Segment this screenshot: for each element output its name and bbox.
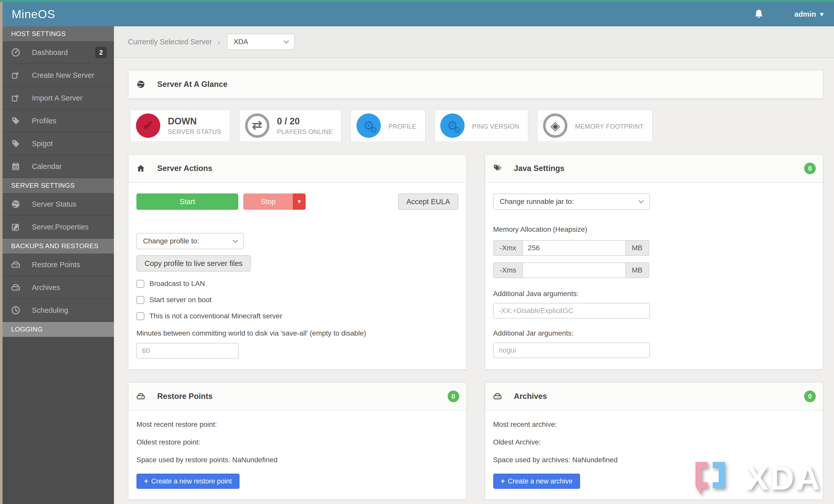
players-online-tile[interactable]: ⇄ 0 / 20 PLAYERS ONLINE	[239, 109, 342, 142]
xmx-addon: -Xmx	[493, 240, 522, 256]
sidebar-item-label: Create New Server	[32, 71, 94, 80]
sidebar-item-label: Dashboard	[32, 48, 68, 57]
stop-button[interactable]: Stop	[243, 194, 293, 210]
sidebar: HOST SETTINGS Dashboard 2 Create New Ser…	[2, 26, 114, 504]
hdd-icon	[11, 260, 20, 269]
unconventional-server-checkbox-row[interactable]: This is not a conventional Minecraft ser…	[136, 312, 458, 320]
tile-label: PROFILE	[388, 123, 416, 130]
start-on-boot-checkbox-row[interactable]: Start server on boot	[136, 296, 458, 304]
most-recent-restore-point: Most recent restore point:	[136, 420, 458, 429]
sidebar-item-archives[interactable]: Archives	[2, 276, 114, 299]
dashboard-badge: 2	[95, 47, 107, 58]
sidebar-item-restore-points[interactable]: Restore Points	[2, 254, 114, 276]
sidebar-section-logging: LOGGING	[2, 322, 114, 337]
checkbox[interactable]	[136, 312, 144, 320]
sidebar-item-scheduling[interactable]: Scheduling	[2, 299, 114, 322]
breadcrumb: Currently Selected Server › XDA	[114, 26, 834, 58]
sidebar-item-create-new-server[interactable]: Create New Server	[2, 64, 114, 87]
xms-addon: -Xms	[493, 262, 522, 278]
edit-icon	[11, 222, 20, 232]
window-left-strip	[0, 2, 2, 504]
app-logo: MineOS	[12, 7, 55, 21]
user-menu[interactable]: admin ▾	[794, 10, 824, 19]
chevron-down-icon	[638, 198, 643, 203]
saveall-label: Minutes between committing world to disk…	[136, 329, 458, 337]
exchange-icon: ⇄	[252, 118, 262, 132]
hdd-icon	[493, 392, 502, 401]
mb-addon: MB	[626, 262, 649, 278]
xmx-input[interactable]	[522, 240, 626, 256]
stop-dropdown-toggle[interactable]: ▼	[293, 194, 306, 210]
server-status-value: DOWN	[168, 116, 221, 127]
chevron-down-icon	[284, 38, 289, 43]
tile-label: PING VERSION	[472, 123, 520, 130]
gears-icon: ⚙⚙	[363, 119, 374, 132]
copy-profile-button[interactable]: Copy profile to live server files	[136, 255, 251, 271]
sidebar-item-label: Scheduling	[32, 306, 68, 314]
tile-label: PLAYERS ONLINE	[277, 128, 333, 135]
sidebar-item-import-a-server[interactable]: Import A Server	[2, 87, 114, 110]
glance-tiles: ✔ DOWN SERVER STATUS ⇄ 0 / 20 PLAYERS ON…	[130, 109, 824, 142]
sidebar-item-server-properties[interactable]: Server.Properties	[2, 216, 114, 239]
chevron-right-icon: ›	[218, 37, 220, 47]
sidebar-section-backups-and-restores: BACKUPS AND RESTORES	[2, 239, 114, 254]
most-recent-archive: Most recent archive:	[493, 420, 815, 429]
start-button[interactable]: Start	[136, 194, 238, 210]
broadcast-to-lan-checkbox-row[interactable]: Broadcast to LAN	[136, 280, 458, 288]
change-profile-select[interactable]: Change profile to:	[136, 233, 244, 249]
server-status-tile[interactable]: ✔ DOWN SERVER STATUS	[130, 109, 231, 142]
tag-icon	[11, 139, 20, 148]
share-icon	[11, 71, 20, 80]
sidebar-item-calendar[interactable]: Calendar	[2, 155, 114, 178]
sidebar-item-server-status[interactable]: Server Status	[2, 193, 114, 216]
sidebar-item-profiles[interactable]: Profiles	[2, 110, 114, 132]
window-top-strip	[0, 0, 834, 2]
share-icon	[11, 93, 20, 103]
home-icon	[136, 164, 145, 173]
chevron-down-icon: ▾	[820, 10, 824, 18]
jar-args-input[interactable]	[493, 343, 650, 358]
notifications-bell-icon[interactable]	[753, 8, 764, 20]
sidebar-item-dashboard[interactable]: Dashboard 2	[2, 41, 114, 64]
create-restore-point-button[interactable]: + Create a new restore point	[136, 474, 240, 489]
sidebar-item-label: Server.Properties	[32, 223, 89, 231]
change-jar-select[interactable]: Change runnable jar to:	[493, 194, 650, 210]
globe-icon	[11, 200, 20, 209]
java-args-input[interactable]	[493, 303, 650, 319]
xda-watermark-text: XDA	[746, 461, 821, 495]
sidebar-section-host-settings: HOST SETTINGS	[2, 26, 114, 41]
server-select[interactable]: XDA	[227, 34, 295, 50]
checkbox[interactable]	[136, 296, 144, 304]
panel-title: Archives	[514, 392, 547, 401]
ticket-icon: ◈	[551, 118, 560, 133]
accept-eula-button[interactable]: Accept EULA	[398, 194, 458, 210]
oldest-archive: Oldest Archive:	[493, 438, 815, 446]
server-select-value: XDA	[234, 38, 248, 46]
gears-icon: ⚙⚙	[447, 119, 458, 132]
memory-footprint-tile[interactable]: ◈ MEMORY FOOTPRINT	[537, 109, 653, 142]
players-online-value: 0 / 20	[277, 116, 333, 127]
mineos-app: MineOS admin ▾ HOST SETTINGS Dashboard 2	[2, 2, 834, 504]
ping-version-tile[interactable]: ⚙⚙ PING VERSION	[434, 109, 529, 142]
breadcrumb-label: Currently Selected Server	[128, 38, 212, 46]
panel-title: Restore Points	[157, 392, 213, 401]
sidebar-item-spigot[interactable]: Spigot	[2, 132, 114, 155]
java-settings-badge: 0	[804, 162, 816, 174]
tile-label: MEMORY FOOTPRINT	[575, 123, 643, 130]
plus-icon: +	[501, 477, 505, 485]
create-archive-button[interactable]: + Create a new archive	[493, 474, 580, 489]
sidebar-item-label: Server Status	[32, 200, 76, 209]
xms-input-group: -Xms MB	[493, 262, 649, 278]
sidebar-item-label: Spigot	[32, 139, 53, 148]
checkbox[interactable]	[136, 280, 144, 288]
profile-tile[interactable]: ⚙⚙ PROFILE	[350, 109, 425, 142]
xms-input[interactable]	[522, 262, 626, 278]
xda-brackets-icon	[688, 459, 742, 500]
sidebar-item-label: Profiles	[32, 117, 57, 125]
clock-icon	[11, 306, 20, 315]
restore-points-space-used: Space used by restore points: NaNundefin…	[136, 456, 458, 464]
restore-points-badge: 0	[448, 391, 459, 402]
saveall-input[interactable]	[136, 343, 239, 359]
xmx-input-group: -Xmx MB	[493, 240, 649, 256]
xda-watermark: XDA	[688, 459, 821, 500]
